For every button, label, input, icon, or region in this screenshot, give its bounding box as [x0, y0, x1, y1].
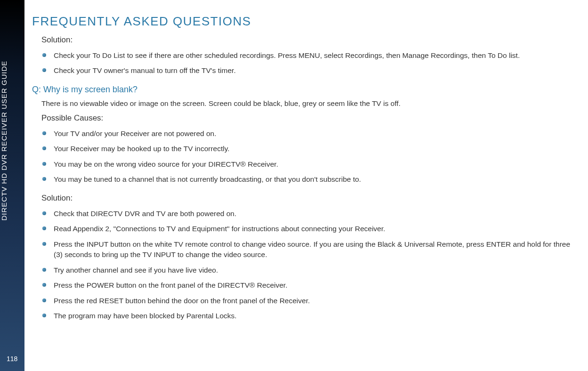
- list-item: The program may have been blocked by Par…: [41, 311, 574, 321]
- list-item: Your Receiver may be hooked up to the TV…: [41, 144, 574, 154]
- solution-list-2: Check that DIRECTV DVR and TV are both p…: [41, 209, 574, 322]
- list-item: Check that DIRECTV DVR and TV are both p…: [41, 209, 574, 219]
- content-area: FREQUENTLY ASKED QUESTIONS Solution: Che…: [32, 14, 574, 330]
- solution-list-1: Check your To Do List to see if there ar…: [41, 50, 574, 76]
- possible-causes-list: Your TV and/or your Receiver are not pow…: [41, 129, 574, 185]
- page-number: 118: [7, 355, 17, 363]
- possible-causes-heading: Possible Causes:: [41, 113, 574, 123]
- sidebar-title: DIRECTV HD DVR RECEIVER USER GUIDE: [0, 61, 8, 221]
- list-item: Check your To Do List to see if there ar…: [41, 50, 574, 61]
- page-title: FREQUENTLY ASKED QUESTIONS: [32, 14, 574, 29]
- list-item: Read Appendix 2, "Connections to TV and …: [41, 224, 574, 234]
- list-item: Check your TV owner's manual to turn off…: [41, 65, 574, 76]
- faq-question: Q: Why is my screen blank?: [32, 85, 574, 95]
- list-item: You may be on the wrong video source for…: [41, 159, 574, 169]
- list-item: Press the POWER button on the front pane…: [41, 280, 574, 290]
- list-item: Try another channel and see if you have …: [41, 265, 574, 275]
- list-item: Press the red RESET button behind the do…: [41, 296, 574, 306]
- list-item: You may be tuned to a channel that is no…: [41, 174, 574, 185]
- solution-heading-1: Solution:: [41, 35, 574, 45]
- sidebar: DIRECTV HD DVR RECEIVER USER GUIDE 118: [0, 0, 24, 371]
- question-intro: There is no viewable video or image on t…: [41, 99, 574, 108]
- list-item: Your TV and/or your Receiver are not pow…: [41, 129, 574, 139]
- solution-heading-2: Solution:: [41, 194, 574, 203]
- list-item: Press the INPUT button on the white TV r…: [41, 239, 574, 260]
